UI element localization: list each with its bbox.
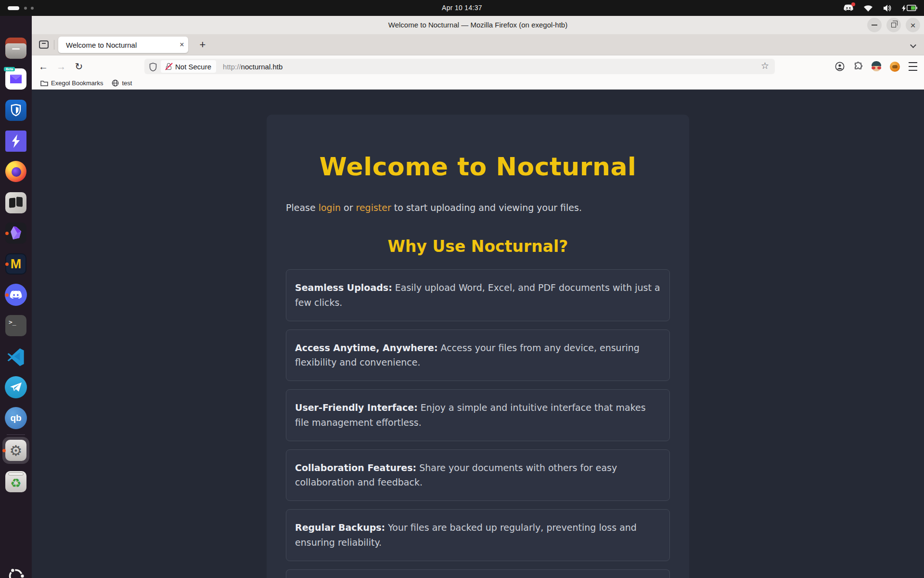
nocturnal-card: Welcome to Nocturnal Please login or reg…: [267, 115, 689, 578]
dock-separator: [7, 434, 25, 435]
bookmark-test[interactable]: test: [112, 79, 132, 87]
proton-mail-icon: Beta: [5, 68, 26, 90]
tab-title: Welcome to Nocturnal: [58, 41, 176, 49]
feature-item: Seamless Uploads: Easily upload Word, Ex…: [286, 269, 670, 321]
dock-item-telegram[interactable]: [4, 376, 27, 399]
feature-item-partial: [286, 569, 670, 578]
page-title: Welcome to Nocturnal: [286, 152, 670, 181]
intro-mid: or: [341, 202, 356, 213]
dock-item-bitwarden[interactable]: [4, 99, 27, 122]
dock-item-files[interactable]: [4, 37, 27, 60]
dock-item-discord[interactable]: [4, 283, 27, 306]
dock-item-firefox[interactable]: [4, 160, 27, 183]
dock-item-vscode[interactable]: [4, 345, 27, 368]
intro-post: to start uploading and viewing your file…: [391, 202, 582, 213]
url-text[interactable]: http://nocturnal.htb: [223, 63, 282, 71]
terminal-icon: >_: [5, 315, 26, 336]
not-secure-chip[interactable]: Not Secure: [161, 60, 216, 73]
firefox-icon: [5, 161, 26, 182]
insecure-lock-icon: [166, 63, 172, 70]
account-icon[interactable]: [833, 59, 847, 74]
firefox-view-icon[interactable]: [38, 39, 50, 51]
window-titlebar[interactable]: Welcome to Nocturnal — Mozilla Firefox (…: [32, 16, 924, 34]
restore-button[interactable]: [886, 18, 901, 32]
bookmark-folder-exegol[interactable]: Exegol Bookmarks: [40, 79, 103, 87]
telegram-icon: [5, 376, 27, 398]
folder-icon: [40, 80, 48, 86]
dock-item-terminal[interactable]: >_: [4, 314, 27, 337]
notification-badge: [851, 2, 855, 6]
bookmark-star-icon[interactable]: ☆: [761, 60, 769, 71]
tab-close-icon[interactable]: ×: [176, 40, 188, 49]
tracking-protection-shield-icon[interactable]: [149, 63, 157, 71]
running-indicator: [5, 263, 9, 266]
dock-item-proton-mail[interactable]: Beta: [4, 67, 27, 91]
system-tray[interactable]: [843, 0, 917, 16]
minimize-button[interactable]: [867, 18, 882, 32]
menu-hamburger-icon[interactable]: [906, 59, 920, 74]
running-indicator: [5, 232, 9, 235]
dock-item-m-app[interactable]: M: [4, 252, 27, 276]
navigation-toolbar: ← → ↻ Not Secure http://nocturnal.htb ☆: [32, 56, 924, 77]
dock-item-qbittorrent[interactable]: qb: [4, 407, 27, 430]
system-top-bar: Apr 10 14:37: [0, 0, 924, 16]
files-icon: [5, 38, 26, 59]
address-bar[interactable]: Not Secure http://nocturnal.htb ☆: [144, 59, 775, 74]
ubuntu-icon: [7, 567, 25, 578]
wifi-icon[interactable]: [863, 4, 873, 12]
close-button[interactable]: ×: [906, 18, 920, 32]
running-indicator: [5, 293, 9, 297]
extension-hacker-icon[interactable]: [869, 59, 884, 74]
feature-title: User-Friendly Interface:: [295, 402, 418, 413]
volume-icon[interactable]: [883, 4, 892, 12]
globe-icon: [112, 79, 119, 87]
qbittorrent-icon: qb: [5, 407, 27, 429]
dock-item-obsidian[interactable]: [4, 222, 27, 245]
system-clock[interactable]: Apr 10 14:37: [0, 0, 924, 16]
tab-welcome-to-nocturnal[interactable]: Welcome to Nocturnal ×: [58, 37, 188, 53]
trash-icon: ♻: [5, 471, 26, 492]
dock-item-lightning-app[interactable]: [4, 130, 27, 153]
battery-charging-icon[interactable]: [902, 5, 917, 12]
page-viewport: Welcome to Nocturnal Please login or reg…: [32, 90, 924, 578]
feature-title: Regular Backups:: [295, 522, 385, 533]
dock: Beta M: [0, 16, 32, 578]
dock-item-stone-panels-app[interactable]: [4, 191, 27, 214]
firefox-window: Welcome to Nocturnal — Mozilla Firefox (…: [32, 16, 924, 578]
bitwarden-icon: [5, 100, 26, 121]
feature-item: User-Friendly Interface: Enjoy a simple …: [286, 389, 670, 441]
beta-badge: Beta: [4, 67, 15, 71]
lightning-icon: [5, 131, 26, 152]
list-all-tabs-chevron-icon[interactable]: [910, 42, 916, 48]
extensions-puzzle-icon[interactable]: [851, 59, 865, 74]
register-link[interactable]: register: [356, 202, 391, 213]
security-label: Not Secure: [175, 63, 211, 71]
dock-item-trash[interactable]: ♻: [4, 470, 27, 493]
new-tab-button[interactable]: +: [195, 38, 210, 53]
discord-tray-icon[interactable]: [843, 4, 854, 12]
feature-item: Regular Backups: Your files are backed u…: [286, 509, 670, 561]
window-title: Welcome to Nocturnal — Mozilla Firefox (…: [32, 16, 924, 34]
bookmark-label: test: [122, 79, 132, 87]
forward-button[interactable]: →: [53, 59, 69, 74]
running-indicator: [2, 449, 6, 452]
tab-bar: Welcome to Nocturnal × +: [32, 34, 924, 55]
intro-text: Please login or register to start upload…: [286, 202, 670, 213]
bookmark-label: Exegol Bookmarks: [51, 79, 103, 87]
feature-item: Access Anytime, Anywhere: Access your fi…: [286, 329, 670, 381]
feature-title: Access Anytime, Anywhere:: [295, 342, 438, 353]
back-button[interactable]: ←: [36, 59, 51, 74]
url-scheme: http://: [223, 63, 241, 71]
reload-button[interactable]: ↻: [71, 59, 87, 74]
url-host: nocturnal.htb: [241, 63, 283, 71]
dock-item-ubuntu-logo[interactable]: [4, 565, 27, 578]
stone-panels-icon: [5, 192, 26, 213]
feature-title: Seamless Uploads:: [295, 282, 392, 293]
divider: [54, 40, 54, 50]
intro-pre: Please: [286, 202, 319, 213]
feature-item: Collaboration Features: Share your docum…: [286, 449, 670, 501]
login-link[interactable]: login: [319, 202, 341, 213]
extension-orange-icon[interactable]: [887, 59, 902, 74]
section-title: Why Use Nocturnal?: [286, 237, 670, 256]
dock-item-settings[interactable]: ⚙: [4, 439, 27, 462]
